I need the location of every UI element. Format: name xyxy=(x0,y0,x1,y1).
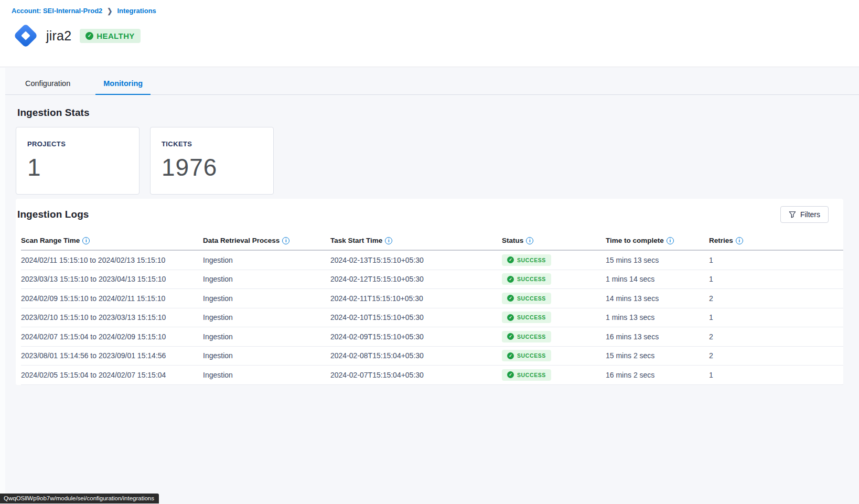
ingestion-stats-title: Ingestion Stats xyxy=(17,107,843,119)
cell-time-to-complete: 1 mins 13 secs xyxy=(606,313,709,321)
column-header-label: Retries xyxy=(709,237,733,244)
check-circle-icon: ✓ xyxy=(507,276,514,283)
table-row: 2023/08/01 15:14:56 to 2023/09/01 15:14:… xyxy=(21,347,843,366)
tab-item[interactable]: Monitoring xyxy=(95,74,151,95)
cell-scan-range-time: 2024/02/09 15:15:10 to 2024/02/11 15:15:… xyxy=(21,294,203,303)
table-row: 2023/02/10 15:15:10 to 2023/03/13 15:15:… xyxy=(21,308,843,328)
cell-scan-range-time: 2023/03/13 15:15:10 to 2023/04/13 15:15:… xyxy=(21,275,203,283)
stat-card: PROJECTS 1 xyxy=(16,127,139,195)
cell-task-start-time: 2024-02-11T15:15:10+05:30 xyxy=(330,294,502,303)
filters-button-label: Filters xyxy=(800,210,820,219)
info-icon[interactable]: i xyxy=(82,237,90,244)
cell-data-retrieval-process: Ingestion xyxy=(203,275,330,283)
cell-data-retrieval-process: Ingestion xyxy=(203,351,330,360)
cell-time-to-complete: 14 mins 13 secs xyxy=(606,294,709,303)
stat-card-label: TICKETS xyxy=(162,140,273,148)
column-header-label: Time to complete xyxy=(606,237,664,244)
table-row: 2024/02/05 15:15:04 to 2024/02/07 15:15:… xyxy=(21,366,843,385)
status-badge: ✓ SUCCESS xyxy=(502,293,551,304)
cell-scan-range-time: 2024/02/11 15:15:10 to 2024/02/13 15:15:… xyxy=(21,256,203,264)
filters-button[interactable]: Filters xyxy=(780,206,829,223)
status-badge-label: SUCCESS xyxy=(517,334,546,340)
column-header: Status i xyxy=(502,237,606,244)
column-header-label: Scan Range Time xyxy=(21,237,80,244)
status-badge: ✓ SUCCESS xyxy=(502,350,551,361)
tab-item[interactable]: Configuration xyxy=(17,74,78,95)
cell-data-retrieval-process: Ingestion xyxy=(203,313,330,321)
cell-data-retrieval-process: Ingestion xyxy=(203,333,330,341)
status-badge-label: SUCCESS xyxy=(517,276,546,282)
column-header: Task Start Time i xyxy=(330,237,502,244)
column-header: Data Retrieval Process i xyxy=(203,237,330,244)
table-row: 2024/02/09 15:15:10 to 2024/02/11 15:15:… xyxy=(21,289,843,308)
column-header-label: Task Start Time xyxy=(330,237,382,244)
info-icon[interactable]: i xyxy=(385,237,392,244)
check-circle-icon: ✓ xyxy=(507,371,514,378)
check-circle-icon: ✓ xyxy=(85,32,93,40)
status-badge-label: SUCCESS xyxy=(517,352,546,359)
table-row: 2024/02/11 15:15:10 to 2024/02/13 15:15:… xyxy=(21,251,843,270)
table-header-row: Scan Range Time i Data Retrieval Process… xyxy=(21,231,843,251)
cell-scan-range-time: 2024/02/05 15:15:04 to 2024/02/07 15:15:… xyxy=(21,371,203,379)
cell-retries: 2 xyxy=(709,333,843,341)
breadcrumb: Account: SEI-Internal-Prod2 ❯ Integratio… xyxy=(12,7,859,15)
cell-time-to-complete: 15 mins 2 secs xyxy=(606,351,709,360)
column-header: Retries i xyxy=(709,237,843,244)
column-header: Scan Range Time i xyxy=(21,237,203,244)
check-circle-icon: ✓ xyxy=(507,295,514,302)
check-circle-icon: ✓ xyxy=(507,333,514,340)
check-circle-icon: ✓ xyxy=(507,352,514,359)
cell-task-start-time: 2024-02-10T15:15:10+05:30 xyxy=(330,313,502,321)
cell-scan-range-time: 2023/08/01 15:14:56 to 2023/09/01 15:14:… xyxy=(21,351,203,360)
breadcrumb-integrations-link[interactable]: Integrations xyxy=(117,7,156,15)
ingestion-stats-cards: PROJECTS 1 TICKETS 1976 xyxy=(16,127,843,195)
column-header-label: Status xyxy=(502,237,523,244)
info-icon[interactable]: i xyxy=(282,237,289,244)
cell-data-retrieval-process: Ingestion xyxy=(203,256,330,264)
cell-status: ✓ SUCCESS xyxy=(502,331,606,342)
cell-data-retrieval-process: Ingestion xyxy=(203,294,330,303)
cell-status: ✓ SUCCESS xyxy=(502,254,606,266)
check-circle-icon: ✓ xyxy=(507,314,514,321)
cell-status: ✓ SUCCESS xyxy=(502,293,606,304)
stat-card: TICKETS 1976 xyxy=(150,127,274,195)
health-status-badge: ✓ HEALTHY xyxy=(80,29,141,43)
ingestion-logs-panel: Ingestion Logs Filters Scan Range Time i xyxy=(16,199,843,385)
page-header: Account: SEI-Internal-Prod2 ❯ Integratio… xyxy=(0,0,859,67)
cell-retries: 1 xyxy=(709,371,843,379)
table-row: 2024/02/07 15:15:04 to 2024/02/09 15:15:… xyxy=(21,327,843,347)
filter-funnel-icon xyxy=(789,211,796,218)
cell-retries: 2 xyxy=(709,351,843,360)
health-status-label: HEALTHY xyxy=(96,31,135,40)
stat-card-value: 1976 xyxy=(162,153,273,181)
info-icon[interactable]: i xyxy=(736,237,743,244)
left-gutter xyxy=(0,68,5,504)
info-icon[interactable]: i xyxy=(667,237,674,244)
cell-task-start-time: 2024-02-07T15:15:04+05:30 xyxy=(330,371,502,379)
cell-task-start-time: 2024-02-12T15:15:10+05:30 xyxy=(330,275,502,283)
ingestion-logs-title: Ingestion Logs xyxy=(17,209,89,220)
stat-card-label: PROJECTS xyxy=(27,140,139,148)
status-badge-label: SUCCESS xyxy=(517,257,546,263)
cell-status: ✓ SUCCESS xyxy=(502,273,606,285)
status-badge: ✓ SUCCESS xyxy=(502,312,551,323)
status-badge: ✓ SUCCESS xyxy=(502,331,551,342)
check-circle-icon: ✓ xyxy=(507,256,514,263)
info-icon[interactable]: i xyxy=(526,237,533,244)
link-preview-statusbar: QwqOSllWp9ob7w/module/sei/configuration/… xyxy=(0,494,159,503)
cell-status: ✓ SUCCESS xyxy=(502,312,606,323)
integration-title-row: jira2 ✓ HEALTHY xyxy=(12,20,859,51)
table-row: 2023/03/13 15:15:10 to 2023/04/13 15:15:… xyxy=(21,270,843,289)
breadcrumb-account-link[interactable]: Account: SEI-Internal-Prod2 xyxy=(12,7,102,15)
cell-time-to-complete: 1 mins 14 secs xyxy=(606,275,709,283)
cell-data-retrieval-process: Ingestion xyxy=(203,371,330,379)
jira-logo-icon xyxy=(12,20,40,51)
cell-task-start-time: 2024-02-08T15:15:04+05:30 xyxy=(330,351,502,360)
cell-time-to-complete: 16 mins 13 secs xyxy=(606,333,709,341)
cell-retries: 2 xyxy=(709,294,843,303)
status-badge: ✓ SUCCESS xyxy=(502,369,551,381)
cell-task-start-time: 2024-02-13T15:15:10+05:30 xyxy=(330,256,502,264)
status-badge-label: SUCCESS xyxy=(517,314,546,320)
cell-scan-range-time: 2024/02/07 15:15:04 to 2024/02/09 15:15:… xyxy=(21,333,203,341)
cell-status: ✓ SUCCESS xyxy=(502,350,606,361)
